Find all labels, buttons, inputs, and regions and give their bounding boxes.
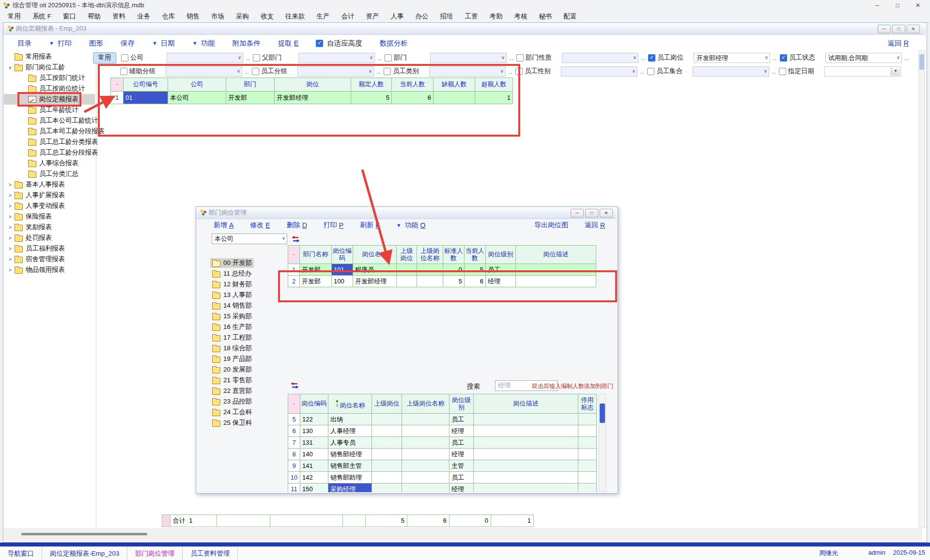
column-header[interactable]: 公司 bbox=[168, 78, 226, 92]
post-list-scrollbar-thumb[interactable] bbox=[600, 404, 605, 423]
dept-tree-item[interactable]: 21 零售部 bbox=[206, 375, 284, 386]
aux-group-select[interactable]: ∨ bbox=[166, 66, 242, 77]
tree-item[interactable]: 奖励报表 bbox=[4, 222, 95, 233]
menu-item[interactable]: 考勤 bbox=[484, 11, 509, 22]
column-header[interactable]: 缺额人数 bbox=[434, 78, 475, 92]
table-row[interactable]: 11 150 采购经理 经理 bbox=[288, 483, 597, 493]
table-row[interactable]: 1 01 本公司 开发部 开发部经理 5 6 1 bbox=[111, 92, 513, 104]
column-header[interactable]: 岗位描述 bbox=[516, 246, 596, 264]
save-button[interactable]: 保存 bbox=[121, 39, 135, 48]
back-button[interactable]: 返回R bbox=[585, 221, 605, 230]
column-header[interactable]: 上级岗位名称 bbox=[417, 246, 443, 264]
tree-item[interactable]: 物品领用报表 bbox=[4, 264, 95, 275]
column-header[interactable]: - bbox=[111, 78, 124, 92]
employee-group-select[interactable]: ∨ bbox=[297, 66, 374, 77]
menu-item[interactable]: 销售 bbox=[181, 11, 205, 22]
menu-item[interactable]: 帮助 bbox=[82, 11, 107, 22]
chevron-right-icon[interactable] bbox=[7, 225, 14, 230]
conditions-button[interactable]: 附加条件 bbox=[232, 39, 261, 48]
taskbar-item-report[interactable]: 岗位定额报表-Emp_203 bbox=[42, 547, 127, 560]
dept-tree-item[interactable]: 16 生产部 bbox=[206, 322, 284, 332]
chevron-right-icon[interactable] bbox=[7, 235, 14, 241]
menu-item[interactable]: 配置 bbox=[558, 11, 583, 22]
tree-item[interactable]: 员工本公司工龄统计 bbox=[4, 115, 95, 126]
table-row[interactable]: 8 140 销售部经理 经理 bbox=[288, 449, 597, 460]
chevron-right-icon[interactable] bbox=[7, 182, 14, 187]
menu-item[interactable]: 收支 bbox=[255, 11, 279, 22]
dept-tree-item[interactable]: 12 财务部 bbox=[206, 279, 284, 290]
checkbox-icon[interactable] bbox=[779, 68, 786, 75]
tree-item[interactable]: 员工福利报表 bbox=[4, 243, 95, 254]
print-button[interactable]: 打印 bbox=[49, 39, 72, 48]
checkbox-icon[interactable] bbox=[516, 54, 524, 62]
table-row[interactable]: 9 141 销售部主管 主管 bbox=[288, 460, 597, 472]
tree-item[interactable]: 人事综合报表 bbox=[4, 158, 95, 169]
menu-item[interactable]: 考核 bbox=[509, 11, 533, 22]
vertical-scrollbar-track[interactable] bbox=[918, 50, 925, 528]
menu-item[interactable]: 会计 bbox=[336, 11, 360, 22]
column-header[interactable]: 停用标志 bbox=[578, 394, 597, 414]
table-row[interactable]: 10 142 销售部助理 员工 bbox=[288, 472, 597, 483]
menu-item[interactable]: 办公 bbox=[410, 11, 434, 22]
horizontal-scrollbar[interactable] bbox=[21, 533, 147, 535]
minimize-icon[interactable]: ─ bbox=[571, 209, 584, 218]
graph-button[interactable]: 图形 bbox=[89, 39, 103, 48]
dept-tree-item[interactable]: 25 保卫科 bbox=[206, 418, 284, 428]
add-button[interactable]: 新增A bbox=[214, 221, 233, 230]
parent-dept-select[interactable]: ∨ bbox=[298, 53, 375, 63]
employee-type-select[interactable]: ∨ bbox=[429, 66, 506, 77]
company-select[interactable]: ∨ bbox=[167, 53, 243, 63]
column-header[interactable]: 当前人数 bbox=[465, 246, 486, 264]
tree-item[interactable]: 人事变动报表 bbox=[4, 201, 95, 211]
column-header[interactable]: 额定人数 bbox=[351, 78, 392, 92]
maximize-icon[interactable]: □ bbox=[892, 25, 905, 33]
column-header[interactable]: - bbox=[288, 246, 300, 264]
minimize-icon[interactable]: ─ bbox=[867, 0, 887, 11]
employee-gender-select[interactable]: ∨ bbox=[561, 66, 637, 77]
column-header[interactable]: 上级岗位名称 bbox=[402, 394, 450, 414]
dept-tree-item-selected[interactable]: 00 开发部 bbox=[206, 258, 284, 268]
chevron-right-icon[interactable] bbox=[7, 257, 14, 262]
checkbox-icon[interactable] bbox=[253, 54, 260, 62]
tree-item[interactable]: 员工本司工龄分段报表 bbox=[4, 126, 95, 137]
chevron-right-icon[interactable] bbox=[7, 246, 14, 251]
maximize-icon[interactable]: □ bbox=[887, 0, 908, 11]
column-header[interactable]: 部门 bbox=[226, 78, 275, 92]
tree-item[interactable]: 员工分类汇总 bbox=[4, 169, 95, 179]
menu-item[interactable]: 市场 bbox=[205, 11, 230, 22]
minimize-icon[interactable]: ─ bbox=[878, 25, 891, 33]
close-icon[interactable]: ✕ bbox=[907, 25, 920, 33]
tree-item[interactable]: 部门岗位工龄 bbox=[4, 62, 95, 73]
checkbox-checked-icon[interactable] bbox=[648, 54, 655, 62]
checkbox-icon[interactable] bbox=[120, 68, 127, 75]
menu-item[interactable]: 业务 bbox=[131, 11, 156, 22]
column-header[interactable]: 岗位级别 bbox=[486, 246, 516, 264]
checkbox-icon[interactable] bbox=[385, 54, 392, 62]
column-header[interactable]: 当前人数 bbox=[392, 78, 434, 92]
dept-tree-item[interactable]: 11 总经办 bbox=[206, 268, 284, 279]
back-button[interactable]: 返回R bbox=[888, 39, 909, 48]
export-post-map-button[interactable]: 导出岗位图 bbox=[534, 221, 568, 230]
tree-item[interactable]: 员工年龄统计 bbox=[4, 105, 95, 115]
menu-item[interactable]: 采购 bbox=[230, 11, 255, 22]
dept-tree-item[interactable]: 22 直营部 bbox=[206, 386, 284, 396]
tree-item[interactable]: 员工总工龄分类报表 bbox=[4, 137, 95, 147]
dept-tree-item[interactable]: 18 综合部 bbox=[206, 343, 284, 354]
dept-tree-item[interactable]: 24 工会科 bbox=[206, 407, 284, 418]
taskbar-item-nav[interactable]: 导航窗口 bbox=[0, 547, 42, 560]
maximize-icon[interactable]: □ bbox=[585, 209, 598, 218]
table-row[interactable]: 2 开发部 100 开发部经理 5 6 经理 bbox=[288, 276, 596, 287]
close-icon[interactable]: ✕ bbox=[908, 0, 928, 11]
function-button[interactable]: 功能 bbox=[192, 39, 215, 48]
chevron-right-icon[interactable] bbox=[7, 193, 14, 198]
tree-item[interactable]: 人事扩展报表 bbox=[4, 190, 95, 201]
dept-tree-item[interactable]: 15 采购部 bbox=[206, 311, 284, 322]
column-header[interactable]: 部门名称 bbox=[300, 246, 332, 264]
catalog-button[interactable]: 目录 bbox=[17, 39, 31, 48]
employee-post-select[interactable]: 开发部经理∨ bbox=[694, 53, 770, 63]
menu-item[interactable]: 窗口 bbox=[57, 11, 82, 22]
dept-tree-item[interactable]: 19 产品部 bbox=[206, 354, 284, 364]
tree-item[interactable]: 基本人事报表 bbox=[4, 179, 95, 190]
selected-cell[interactable]: 采购经理 bbox=[328, 483, 372, 493]
delete-button[interactable]: 删除D bbox=[287, 221, 307, 230]
